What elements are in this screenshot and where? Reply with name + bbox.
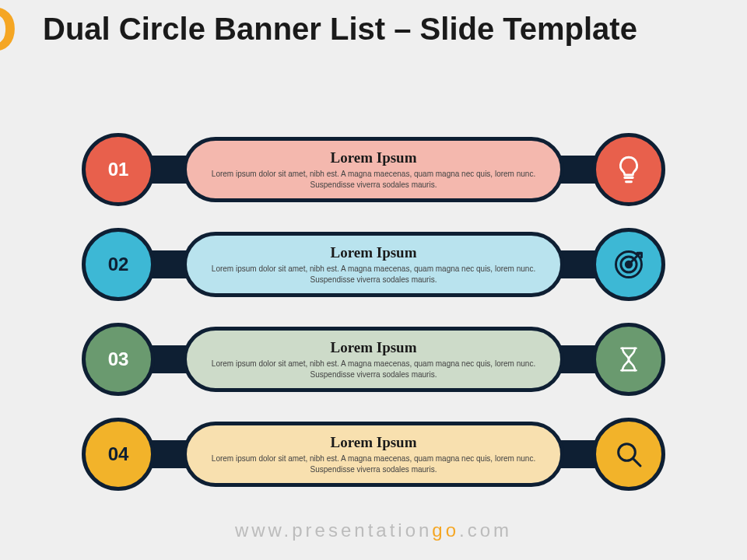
row-number: 03 — [108, 348, 129, 370]
number-circle: 01 — [82, 133, 155, 206]
banner-body: Lorem ipsum dolor sit amet, nibh est. A … — [207, 359, 540, 380]
banner-heading: Lorem Ipsum — [330, 339, 416, 356]
slide-title: Dual Circle Banner List – Slide Template — [43, 11, 704, 47]
number-circle: 03 — [82, 323, 155, 396]
banner-heading: Lorem Ipsum — [330, 434, 416, 451]
magnifier-icon — [592, 418, 665, 491]
banner-heading: Lorem Ipsum — [330, 149, 416, 166]
row-number: 02 — [108, 254, 129, 275]
banner-pill: Lorem Ipsum Lorem ipsum dolor sit amet, … — [183, 327, 564, 392]
banner-row: 04 Lorem Ipsum Lorem ipsum dolor sit ame… — [82, 415, 665, 493]
target-icon — [592, 228, 665, 301]
banner-list: 01 Lorem Ipsum Lorem ipsum dolor sit ame… — [82, 131, 665, 510]
row-number: 04 — [108, 443, 129, 465]
footer-accent: go — [432, 520, 459, 541]
banner-row: 01 Lorem Ipsum Lorem ipsum dolor sit ame… — [82, 131, 665, 208]
footer-pre: www. — [235, 520, 292, 541]
banner-row: 03 Lorem Ipsum Lorem ipsum dolor sit ame… — [82, 320, 665, 398]
banner-body: Lorem ipsum dolor sit amet, nibh est. A … — [207, 453, 540, 474]
number-circle: 04 — [82, 418, 155, 491]
banner-row: 02 Lorem Ipsum Lorem ipsum dolor sit ame… — [82, 226, 665, 303]
banner-heading: Lorem Ipsum — [330, 244, 416, 261]
lightbulb-icon — [592, 133, 665, 206]
banner-pill: Lorem Ipsum Lorem ipsum dolor sit amet, … — [183, 232, 564, 297]
row-number: 01 — [108, 159, 129, 180]
number-circle: 02 — [82, 228, 155, 301]
banner-body: Lorem ipsum dolor sit amet, nibh est. A … — [207, 264, 540, 285]
footer-post: .com — [459, 520, 512, 541]
hourglass-icon — [592, 323, 665, 396]
logo-fragment: O — [0, 0, 14, 65]
footer-mid: presentation — [292, 520, 432, 541]
banner-body: Lorem ipsum dolor sit amet, nibh est. A … — [207, 169, 540, 190]
footer-url: www.presentationgo.com — [0, 520, 747, 541]
banner-pill: Lorem Ipsum Lorem ipsum dolor sit amet, … — [183, 422, 564, 487]
banner-pill: Lorem Ipsum Lorem ipsum dolor sit amet, … — [183, 137, 564, 202]
